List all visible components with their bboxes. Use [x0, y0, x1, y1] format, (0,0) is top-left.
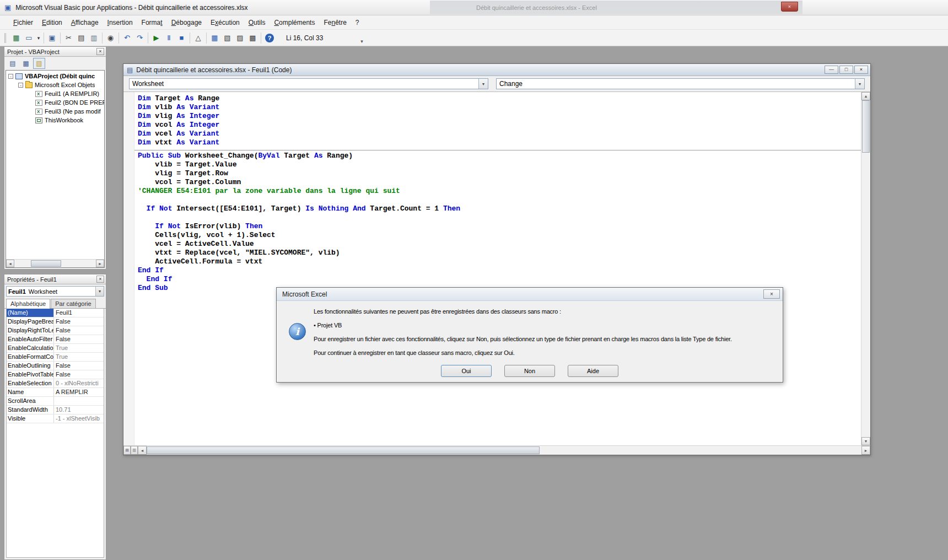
project-hscrollbar[interactable]: ◄ ► [6, 259, 104, 267]
scroll-left-icon[interactable]: ◄ [6, 260, 14, 267]
chevron-down-icon[interactable]: ▾ [478, 79, 488, 89]
project-panel-close-button[interactable]: × [96, 48, 104, 55]
tab-alphabetic[interactable]: Alphabétique [6, 299, 50, 309]
hscroll-track[interactable] [147, 446, 861, 455]
tree-item-microsoft-excel-objets[interactable]: -Microsoft Excel Objets [6, 80, 104, 89]
procedure-view-button[interactable]: ▤ [123, 446, 131, 455]
tree-item-feuil3-ne-pas-modif[interactable]: Feuil3 (Ne pas modif [6, 107, 104, 116]
hscroll-thumb[interactable] [31, 260, 61, 267]
minimize-button[interactable]: — [825, 66, 838, 74]
procedure-dropdown[interactable]: Change ▾ [496, 78, 865, 89]
menu-item-outils[interactable]: Outils [244, 17, 270, 29]
property-row-enableselection[interactable]: EnableSelection0 - xlNoRestricti [7, 379, 104, 388]
save-icon[interactable]: ▣ [46, 32, 58, 44]
code-vscrollbar[interactable]: ▲ ▼ [861, 92, 870, 445]
redo-icon[interactable]: ↷ [133, 32, 146, 44]
object-browser-icon[interactable]: ▨ [234, 32, 246, 44]
property-row-enableautofilter[interactable]: EnableAutoFilterFalse [7, 335, 104, 344]
find-icon[interactable]: ◉ [104, 32, 117, 44]
property-row-displayrighttolef[interactable]: DisplayRightToLefFalse [7, 326, 104, 335]
scroll-right-icon[interactable]: ► [861, 446, 870, 455]
help-icon[interactable]: ? [265, 34, 274, 42]
insert-dropdown-icon[interactable]: ▾ [35, 32, 42, 44]
run-icon[interactable]: ▶ [150, 32, 163, 44]
property-row-visible[interactable]: Visible-1 - xlSheetVisib [7, 414, 104, 423]
dialog-close-button[interactable]: × [763, 289, 780, 299]
hscroll-track[interactable] [14, 260, 96, 267]
property-row-name[interactable]: NameA REMPLIR [7, 388, 104, 397]
project-explorer-icon[interactable]: ▦ [208, 32, 221, 44]
property-value[interactable]: False [54, 335, 104, 343]
view-object-icon[interactable]: ▦ [20, 58, 32, 69]
module-view-button[interactable]: ▥ [131, 446, 138, 455]
properties-panel-close-button[interactable]: × [96, 276, 104, 283]
menu-item-help[interactable]: ? [351, 17, 364, 29]
code-hscrollbar[interactable]: ▤ ▥ ◄ ► [123, 445, 870, 455]
menu-item-execution[interactable]: Exécution [206, 17, 244, 29]
reset-icon[interactable]: ■ [175, 32, 188, 44]
tree-item-vbaproject-debit-quinc[interactable]: -VBAProject (Débit quinc [6, 72, 104, 80]
property-row-enableoutlining[interactable]: EnableOutliningFalse [7, 362, 104, 370]
scroll-left-icon[interactable]: ◄ [138, 446, 147, 455]
property-value[interactable]: True [54, 353, 104, 361]
object-dropdown[interactable]: Worksheet ▾ [129, 78, 488, 89]
tree-item-thisworkbook[interactable]: ThisWorkbook [6, 116, 104, 125]
property-value[interactable]: True [54, 344, 104, 352]
menu-item-fichier[interactable]: Fichier [9, 17, 37, 29]
scroll-up-icon[interactable]: ▲ [861, 92, 870, 100]
property-row-scrollarea[interactable]: ScrollArea [7, 397, 104, 406]
menu-item-insertion[interactable]: Insertion [103, 17, 137, 29]
menu-item-debogage[interactable]: Débogage [167, 17, 206, 29]
menu-item-complements[interactable]: Compléments [270, 17, 319, 29]
oui-button[interactable]: Oui [441, 365, 492, 377]
vscroll-thumb[interactable] [862, 100, 870, 153]
code-editor[interactable]: Dim Target As RangeDim vlib As VariantDi… [134, 92, 870, 445]
design-mode-icon[interactable]: △ [192, 32, 204, 44]
menu-item-edition[interactable]: Edition [37, 17, 67, 29]
chevron-down-icon[interactable]: ▾ [95, 287, 104, 296]
property-row-name[interactable]: (Name)Feuil1 [7, 309, 104, 317]
properties-window-icon[interactable]: ▧ [221, 32, 234, 44]
property-value[interactable]: Feuil1 [54, 309, 104, 317]
aide-button[interactable]: Aide [568, 365, 618, 377]
property-value[interactable]: 0 - xlNoRestricti [54, 379, 104, 387]
hscroll-thumb[interactable] [147, 446, 540, 454]
property-value[interactable] [54, 397, 104, 405]
scroll-right-icon[interactable]: ► [96, 260, 104, 267]
break-icon[interactable]: Ⅱ [163, 32, 175, 44]
property-value[interactable]: 10.71 [54, 406, 104, 414]
property-value[interactable]: False [54, 362, 104, 370]
view-code-icon[interactable]: ▤ [7, 58, 19, 69]
property-row-enablepivottable[interactable]: EnablePivotTableFalse [7, 370, 104, 379]
tree-item-feuil2-bon-de-pref[interactable]: Feuil2 (BON DE PREF [6, 98, 104, 107]
close-button[interactable]: × [854, 66, 868, 74]
expand-toggle-icon[interactable]: - [8, 74, 13, 79]
toggle-folders-icon[interactable]: ▧ [33, 58, 45, 69]
property-value[interactable]: False [54, 317, 104, 326]
undo-icon[interactable]: ↶ [121, 32, 133, 44]
maximize-button[interactable]: □ [839, 66, 853, 74]
insert-userform-icon[interactable]: ▭ [23, 32, 35, 44]
menu-item-affichage[interactable]: Affichage [67, 17, 103, 29]
toolbox-icon[interactable]: ▩ [246, 32, 259, 44]
non-button[interactable]: Non [504, 365, 555, 377]
copy-icon[interactable]: ▤ [75, 32, 88, 44]
toolbar-grip[interactable] [4, 33, 7, 43]
code-window-titlebar[interactable]: ▤ Débit quincaillerie et accessoires.xls… [123, 64, 870, 76]
dialog-titlebar[interactable]: Microsoft Excel × [277, 288, 783, 301]
property-value[interactable]: -1 - xlSheetVisib [54, 414, 104, 423]
vscroll-track[interactable] [861, 100, 870, 437]
cut-icon[interactable]: ✂ [62, 32, 75, 44]
toolbar-options-button[interactable]: ▾ [357, 32, 366, 44]
view-excel-icon[interactable]: ▦ [10, 32, 23, 44]
property-value[interactable]: False [54, 370, 104, 379]
menu-item-fenetre[interactable]: Fenêtre [319, 17, 351, 29]
expand-toggle-icon[interactable]: - [18, 83, 23, 88]
property-value[interactable]: A REMPLIR [54, 388, 104, 396]
menu-item-format[interactable]: Format [137, 17, 167, 29]
property-row-enableformatcon[interactable]: EnableFormatConTrue [7, 353, 104, 362]
object-selector-dropdown[interactable]: Feuil1 Worksheet ▾ [6, 286, 104, 297]
chevron-down-icon[interactable]: ▾ [855, 79, 864, 89]
property-value[interactable]: False [54, 326, 104, 335]
tree-item-feuil1-a-remplir[interactable]: Feuil1 (A REMPLIR) [6, 89, 104, 98]
